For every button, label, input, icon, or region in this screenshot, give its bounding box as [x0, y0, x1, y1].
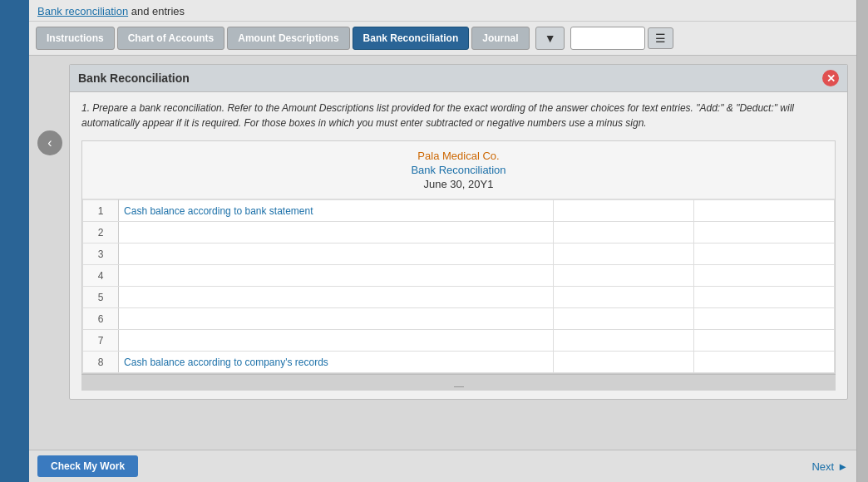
table-row: 7	[83, 330, 835, 352]
row-number: 5	[83, 287, 119, 308]
left-strip	[0, 0, 29, 482]
doc-date: June 30, 20Y1	[91, 178, 826, 190]
tab-chart-of-accounts[interactable]: Chart of Accounts	[117, 27, 225, 50]
row-label-input[interactable]	[124, 248, 548, 260]
row-label-input[interactable]	[124, 227, 548, 239]
row-amount1[interactable]	[553, 352, 693, 373]
row-label[interactable]	[119, 243, 554, 265]
recon-table-wrapper: Pala Medical Co. Bank Reconciliation Jun…	[81, 140, 836, 374]
row-label[interactable]	[119, 287, 554, 308]
tab-bank-reconciliation[interactable]: Bank Reconciliation	[353, 27, 470, 50]
row-amount2[interactable]	[693, 287, 834, 308]
row-number: 8	[83, 352, 119, 373]
row-label-input[interactable]	[124, 270, 548, 282]
page-container: Bank reconciliation and entries Instruct…	[29, 0, 856, 482]
row-amount1[interactable]	[553, 287, 693, 308]
table-row: 3	[83, 243, 835, 265]
row-amount2[interactable]	[693, 243, 834, 265]
row-amount1[interactable]	[553, 222, 693, 243]
tab-dropdown-button[interactable]: ▼	[535, 27, 565, 50]
row-label[interactable]	[119, 330, 554, 352]
row-label: Cash balance according to company's reco…	[119, 352, 554, 373]
company-name: Pala Medical Co.	[91, 150, 826, 162]
row-number: 1	[83, 200, 119, 222]
footer-bar: Check My Work Next ►	[29, 450, 856, 482]
content-area: ‹ Bank Reconciliation ✕ 1. Prepare a ban…	[29, 56, 856, 450]
check-my-work-button[interactable]: Check My Work	[37, 455, 138, 477]
row-amount2[interactable]	[693, 352, 834, 373]
bank-reconciliation-link[interactable]: Bank reconciliation	[37, 5, 128, 17]
tab-instructions[interactable]: Instructions	[36, 27, 115, 50]
row-label[interactable]	[119, 222, 554, 243]
row-amount1[interactable]	[553, 243, 693, 265]
row-label-input[interactable]	[124, 292, 548, 303]
tab-search-input[interactable]	[570, 27, 645, 50]
row-label-input[interactable]	[124, 335, 548, 347]
row-amount1[interactable]	[553, 308, 693, 330]
close-panel-button[interactable]: ✕	[822, 70, 839, 86]
tab-journal[interactable]: Journal	[471, 27, 529, 50]
right-edge	[856, 0, 868, 482]
table-row: 4	[83, 265, 835, 287]
row-amount2[interactable]	[693, 308, 834, 330]
row-label[interactable]	[119, 265, 554, 287]
bank-reconciliation-panel: Bank Reconciliation ✕ 1. Prepare a bank …	[69, 64, 848, 400]
table-row: 5	[83, 287, 835, 308]
next-label: Next	[811, 460, 834, 473]
row-number: 3	[83, 243, 119, 265]
table-row: 8Cash balance according to company's rec…	[83, 352, 835, 373]
row-label: Cash balance according to bank statement	[119, 200, 554, 222]
tab-menu-button[interactable]: ☰	[648, 27, 673, 49]
row-amount1[interactable]	[553, 265, 693, 287]
table-row: 2	[83, 222, 835, 243]
row-label-input[interactable]	[124, 313, 548, 325]
row-label[interactable]	[119, 308, 554, 330]
next-link[interactable]: Next ►	[811, 460, 848, 473]
panel-body: 1. Prepare a bank reconciliation. Refer …	[70, 92, 847, 399]
row-number: 7	[83, 330, 119, 352]
nav-back-arrow[interactable]: ‹	[37, 130, 62, 155]
tab-amount-descriptions[interactable]: Amount Descriptions	[227, 27, 349, 50]
panel-header: Bank Reconciliation ✕	[70, 65, 847, 92]
row-amount2[interactable]	[693, 330, 834, 352]
panel-title: Bank Reconciliation	[78, 71, 190, 85]
table-row: 6	[83, 308, 835, 330]
row-amount1[interactable]	[553, 200, 693, 222]
row-number: 6	[83, 308, 119, 330]
next-arrow-icon: ►	[837, 460, 848, 473]
row-amount2[interactable]	[693, 265, 834, 287]
recon-grid: 1Cash balance according to bank statemen…	[82, 199, 835, 373]
recon-header: Pala Medical Co. Bank Reconciliation Jun…	[82, 141, 835, 199]
row-amount2[interactable]	[693, 222, 834, 243]
header-title-suffix: and entries	[128, 5, 185, 17]
top-header: Bank reconciliation and entries	[29, 0, 856, 22]
row-amount2[interactable]	[693, 200, 834, 222]
instruction-text: 1. Prepare a bank reconciliation. Refer …	[81, 101, 836, 130]
scroll-hint-bar: ⎯⎯	[81, 374, 836, 391]
tabs-bar: Instructions Chart of Accounts Amount De…	[29, 22, 856, 56]
doc-title: Bank Reconciliation	[91, 164, 826, 176]
row-number: 4	[83, 265, 119, 287]
row-amount1[interactable]	[553, 330, 693, 352]
row-number: 2	[83, 222, 119, 243]
table-row: 1Cash balance according to bank statemen…	[83, 200, 835, 222]
